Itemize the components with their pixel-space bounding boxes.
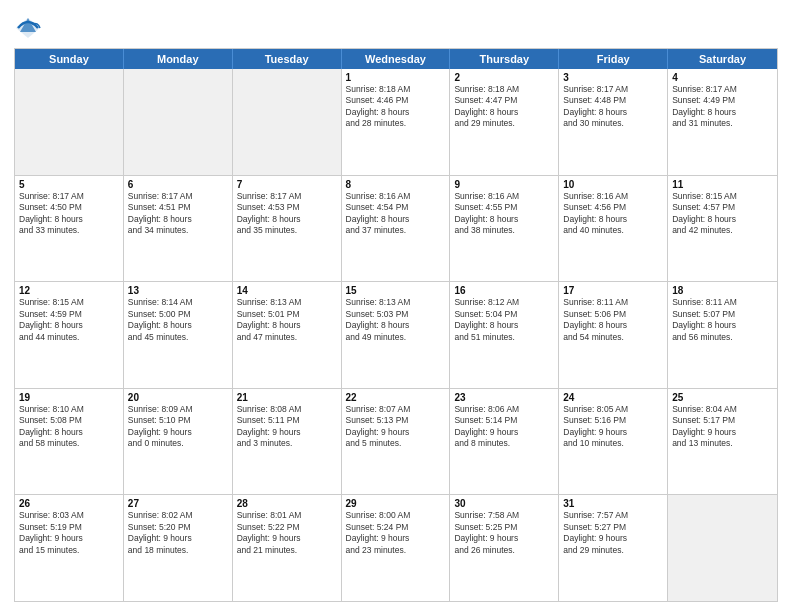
- cell-content: Sunrise: 8:17 AMSunset: 4:51 PMDaylight:…: [128, 191, 228, 237]
- cell-content: Sunrise: 8:13 AMSunset: 5:03 PMDaylight:…: [346, 297, 446, 343]
- day-number: 17: [563, 285, 663, 296]
- cell-content: Sunrise: 8:10 AMSunset: 5:08 PMDaylight:…: [19, 404, 119, 450]
- day-number: 15: [346, 285, 446, 296]
- empty-cell: [668, 495, 777, 601]
- calendar-row-1: 1Sunrise: 8:18 AMSunset: 4:46 PMDaylight…: [15, 69, 777, 175]
- day-cell-14: 14Sunrise: 8:13 AMSunset: 5:01 PMDayligh…: [233, 282, 342, 388]
- day-number: 8: [346, 179, 446, 190]
- day-number: 9: [454, 179, 554, 190]
- cell-content: Sunrise: 8:17 AMSunset: 4:50 PMDaylight:…: [19, 191, 119, 237]
- cell-content: Sunrise: 8:17 AMSunset: 4:48 PMDaylight:…: [563, 84, 663, 130]
- cell-content: Sunrise: 8:05 AMSunset: 5:16 PMDaylight:…: [563, 404, 663, 450]
- header-day-monday: Monday: [124, 49, 233, 69]
- cell-content: Sunrise: 8:17 AMSunset: 4:53 PMDaylight:…: [237, 191, 337, 237]
- day-number: 27: [128, 498, 228, 509]
- cell-content: Sunrise: 8:18 AMSunset: 4:46 PMDaylight:…: [346, 84, 446, 130]
- day-number: 25: [672, 392, 773, 403]
- day-cell-25: 25Sunrise: 8:04 AMSunset: 5:17 PMDayligh…: [668, 389, 777, 495]
- day-number: 14: [237, 285, 337, 296]
- day-cell-12: 12Sunrise: 8:15 AMSunset: 4:59 PMDayligh…: [15, 282, 124, 388]
- cell-content: Sunrise: 8:18 AMSunset: 4:47 PMDaylight:…: [454, 84, 554, 130]
- day-cell-2: 2Sunrise: 8:18 AMSunset: 4:47 PMDaylight…: [450, 69, 559, 175]
- day-number: 16: [454, 285, 554, 296]
- day-number: 10: [563, 179, 663, 190]
- day-cell-10: 10Sunrise: 8:16 AMSunset: 4:56 PMDayligh…: [559, 176, 668, 282]
- day-cell-22: 22Sunrise: 8:07 AMSunset: 5:13 PMDayligh…: [342, 389, 451, 495]
- cell-content: Sunrise: 8:15 AMSunset: 4:57 PMDaylight:…: [672, 191, 773, 237]
- day-number: 23: [454, 392, 554, 403]
- empty-cell: [15, 69, 124, 175]
- cell-content: Sunrise: 8:08 AMSunset: 5:11 PMDaylight:…: [237, 404, 337, 450]
- day-number: 1: [346, 72, 446, 83]
- cell-content: Sunrise: 8:04 AMSunset: 5:17 PMDaylight:…: [672, 404, 773, 450]
- day-number: 4: [672, 72, 773, 83]
- day-number: 29: [346, 498, 446, 509]
- cell-content: Sunrise: 8:17 AMSunset: 4:49 PMDaylight:…: [672, 84, 773, 130]
- calendar-row-4: 19Sunrise: 8:10 AMSunset: 5:08 PMDayligh…: [15, 388, 777, 495]
- empty-cell: [124, 69, 233, 175]
- day-cell-11: 11Sunrise: 8:15 AMSunset: 4:57 PMDayligh…: [668, 176, 777, 282]
- day-number: 12: [19, 285, 119, 296]
- day-number: 22: [346, 392, 446, 403]
- day-cell-26: 26Sunrise: 8:03 AMSunset: 5:19 PMDayligh…: [15, 495, 124, 601]
- day-number: 11: [672, 179, 773, 190]
- day-number: 5: [19, 179, 119, 190]
- cell-content: Sunrise: 8:03 AMSunset: 5:19 PMDaylight:…: [19, 510, 119, 556]
- day-cell-3: 3Sunrise: 8:17 AMSunset: 4:48 PMDaylight…: [559, 69, 668, 175]
- header-day-thursday: Thursday: [450, 49, 559, 69]
- calendar-body: 1Sunrise: 8:18 AMSunset: 4:46 PMDaylight…: [15, 69, 777, 601]
- day-cell-1: 1Sunrise: 8:18 AMSunset: 4:46 PMDaylight…: [342, 69, 451, 175]
- day-cell-16: 16Sunrise: 8:12 AMSunset: 5:04 PMDayligh…: [450, 282, 559, 388]
- logo: [14, 14, 46, 42]
- day-cell-15: 15Sunrise: 8:13 AMSunset: 5:03 PMDayligh…: [342, 282, 451, 388]
- day-number: 28: [237, 498, 337, 509]
- cell-content: Sunrise: 8:11 AMSunset: 5:06 PMDaylight:…: [563, 297, 663, 343]
- day-number: 3: [563, 72, 663, 83]
- cell-content: Sunrise: 8:01 AMSunset: 5:22 PMDaylight:…: [237, 510, 337, 556]
- day-cell-6: 6Sunrise: 8:17 AMSunset: 4:51 PMDaylight…: [124, 176, 233, 282]
- day-number: 2: [454, 72, 554, 83]
- day-cell-21: 21Sunrise: 8:08 AMSunset: 5:11 PMDayligh…: [233, 389, 342, 495]
- day-number: 21: [237, 392, 337, 403]
- calendar-row-3: 12Sunrise: 8:15 AMSunset: 4:59 PMDayligh…: [15, 281, 777, 388]
- day-number: 26: [19, 498, 119, 509]
- day-cell-23: 23Sunrise: 8:06 AMSunset: 5:14 PMDayligh…: [450, 389, 559, 495]
- logo-icon: [14, 14, 42, 42]
- cell-content: Sunrise: 8:16 AMSunset: 4:56 PMDaylight:…: [563, 191, 663, 237]
- cell-content: Sunrise: 8:13 AMSunset: 5:01 PMDaylight:…: [237, 297, 337, 343]
- calendar: SundayMondayTuesdayWednesdayThursdayFrid…: [14, 48, 778, 602]
- day-number: 30: [454, 498, 554, 509]
- day-number: 20: [128, 392, 228, 403]
- day-number: 6: [128, 179, 228, 190]
- cell-content: Sunrise: 8:15 AMSunset: 4:59 PMDaylight:…: [19, 297, 119, 343]
- header-day-saturday: Saturday: [668, 49, 777, 69]
- day-number: 7: [237, 179, 337, 190]
- calendar-row-5: 26Sunrise: 8:03 AMSunset: 5:19 PMDayligh…: [15, 494, 777, 601]
- calendar-row-2: 5Sunrise: 8:17 AMSunset: 4:50 PMDaylight…: [15, 175, 777, 282]
- day-cell-24: 24Sunrise: 8:05 AMSunset: 5:16 PMDayligh…: [559, 389, 668, 495]
- cell-content: Sunrise: 8:07 AMSunset: 5:13 PMDaylight:…: [346, 404, 446, 450]
- header-day-tuesday: Tuesday: [233, 49, 342, 69]
- day-cell-5: 5Sunrise: 8:17 AMSunset: 4:50 PMDaylight…: [15, 176, 124, 282]
- day-cell-8: 8Sunrise: 8:16 AMSunset: 4:54 PMDaylight…: [342, 176, 451, 282]
- cell-content: Sunrise: 8:02 AMSunset: 5:20 PMDaylight:…: [128, 510, 228, 556]
- cell-content: Sunrise: 8:09 AMSunset: 5:10 PMDaylight:…: [128, 404, 228, 450]
- day-number: 13: [128, 285, 228, 296]
- day-cell-30: 30Sunrise: 7:58 AMSunset: 5:25 PMDayligh…: [450, 495, 559, 601]
- empty-cell: [233, 69, 342, 175]
- header-day-friday: Friday: [559, 49, 668, 69]
- day-cell-27: 27Sunrise: 8:02 AMSunset: 5:20 PMDayligh…: [124, 495, 233, 601]
- header-day-sunday: Sunday: [15, 49, 124, 69]
- day-cell-31: 31Sunrise: 7:57 AMSunset: 5:27 PMDayligh…: [559, 495, 668, 601]
- day-cell-20: 20Sunrise: 8:09 AMSunset: 5:10 PMDayligh…: [124, 389, 233, 495]
- day-cell-18: 18Sunrise: 8:11 AMSunset: 5:07 PMDayligh…: [668, 282, 777, 388]
- cell-content: Sunrise: 7:58 AMSunset: 5:25 PMDaylight:…: [454, 510, 554, 556]
- header-day-wednesday: Wednesday: [342, 49, 451, 69]
- day-cell-4: 4Sunrise: 8:17 AMSunset: 4:49 PMDaylight…: [668, 69, 777, 175]
- day-number: 31: [563, 498, 663, 509]
- day-cell-19: 19Sunrise: 8:10 AMSunset: 5:08 PMDayligh…: [15, 389, 124, 495]
- day-cell-9: 9Sunrise: 8:16 AMSunset: 4:55 PMDaylight…: [450, 176, 559, 282]
- cell-content: Sunrise: 8:06 AMSunset: 5:14 PMDaylight:…: [454, 404, 554, 450]
- cell-content: Sunrise: 8:14 AMSunset: 5:00 PMDaylight:…: [128, 297, 228, 343]
- day-number: 19: [19, 392, 119, 403]
